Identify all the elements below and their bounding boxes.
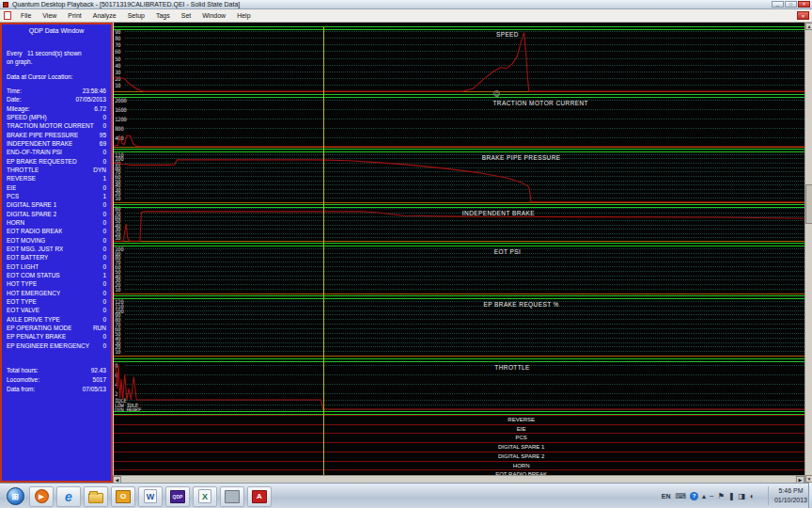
data-field-row: TRACTION MOTOR CURRENT0 [7, 121, 106, 130]
document-close-button[interactable]: × [797, 11, 809, 20]
app-icon [3, 2, 8, 8]
data-field-row: EOT MOVING0 [7, 236, 106, 245]
menu-item-setup[interactable]: Setup [122, 9, 150, 22]
gridline [125, 266, 804, 267]
word-app[interactable]: W [138, 486, 163, 507]
field-value: 6.72 [94, 104, 106, 113]
field-label: AXLE DRIVE TYPE [7, 315, 60, 324]
journal-app[interactable] [220, 486, 244, 507]
taskbar-clock[interactable]: 5:46 PM 01/10/2013 [768, 486, 807, 505]
digital-row-eot-radio-break: EOT RADIO BREAK [114, 469, 804, 475]
digital-row-horn: HORN [114, 461, 804, 470]
data-field-row: EP OPERATING MODERUN [7, 324, 106, 332]
explorer-folder-app[interactable] [84, 486, 108, 507]
digital-row-label: DIGITAL SPARE 2 [498, 453, 544, 459]
data-field-row: HOT TYPE0 [7, 279, 106, 288]
document-icon[interactable] [4, 11, 11, 20]
field-value: 23:58:46 [83, 87, 106, 95]
volume-icon[interactable]: ◖ [749, 492, 754, 501]
acrobat-app-icon: A [252, 490, 267, 503]
field-label: EIE [7, 183, 16, 192]
menu-item-set[interactable]: Set [176, 9, 197, 22]
taskbar-apps: ⊞▶eOWQDPXA [4, 484, 272, 508]
data-field-row: THROTTLEDYN [7, 166, 106, 174]
start-button[interactable]: ⊞ [4, 486, 26, 507]
gridline [125, 319, 804, 320]
gridline [125, 301, 804, 302]
qdp-playback-app[interactable]: QDP [165, 486, 190, 507]
field-value: 0 [102, 253, 106, 262]
excel-app-icon: X [198, 489, 211, 503]
trace-speed [114, 29, 804, 94]
field-label: EP PENALTY BRAKE [7, 332, 66, 341]
menu-item-view[interactable]: View [37, 9, 62, 22]
excel-app[interactable]: X [193, 486, 217, 507]
start-button-icon: ⊞ [7, 487, 24, 505]
action-center-flag-icon[interactable]: ⚑ [718, 492, 725, 501]
menu-item-file[interactable]: File [15, 9, 37, 22]
field-value: 07/05/13 [83, 385, 106, 394]
gridline [125, 333, 804, 334]
window-buttons: _ □ × [772, 1, 810, 8]
data-field-row: Total hours:92.43 [7, 366, 106, 375]
network-icon[interactable]: ◨ [739, 492, 746, 501]
vertical-scrollbar[interactable]: ▲ ▼ [804, 23, 812, 483]
field-value: 95 [100, 131, 106, 139]
show-desktop-button[interactable] [808, 483, 812, 508]
field-value: 1 [102, 271, 106, 279]
scroll-down-icon[interactable]: ▼ [805, 475, 812, 483]
menu-bar: FileViewPrintAnalyzeSetupTagsSetWindowHe… [0, 9, 812, 23]
menu-item-print[interactable]: Print [62, 9, 86, 22]
menu-item-window[interactable]: Window [196, 9, 231, 22]
field-value: 0 [102, 341, 106, 350]
menu-item-help[interactable]: Help [231, 9, 256, 22]
menu-item-analyze[interactable]: Analyze [87, 9, 122, 22]
gridline [125, 351, 804, 352]
acrobat-app[interactable]: A [247, 486, 272, 507]
show-hidden-icons-button[interactable]: ▴ [702, 492, 706, 501]
gridline [125, 289, 804, 290]
power-plug-icon[interactable]: ❚ [728, 492, 735, 501]
help-icon[interactable]: ? [690, 492, 698, 500]
panel-boundary-line [114, 243, 804, 244]
restore-button[interactable]: □ [785, 1, 797, 8]
horizontal-scrollbar[interactable]: ◀ ▶ [113, 475, 804, 483]
data-field-row: EOT RADIO BREAK0 [7, 227, 106, 235]
menu-item-tags[interactable]: Tags [150, 9, 176, 22]
chart-panel-eot: 100908070605040302010EOT PSI [114, 246, 804, 295]
gridline [125, 257, 804, 258]
playback-cursor-line[interactable] [323, 26, 324, 475]
field-label: TRACTION MOTOR CURRENT [7, 121, 94, 130]
data-field-row: BRAKE PIPE PRESSURE95 [7, 131, 106, 139]
field-value: 0 [102, 306, 106, 314]
internet-explorer-app[interactable]: e [56, 486, 81, 507]
keyboard-icon[interactable]: ⌨ [675, 492, 686, 501]
status-dash-icon[interactable]: − [710, 492, 714, 501]
vertical-scroll-thumb[interactable] [805, 184, 812, 224]
outlook-app[interactable]: O [111, 486, 135, 507]
trace-tmc [114, 98, 804, 149]
media-player-app[interactable]: ▶ [29, 486, 54, 507]
field-value: 0 [102, 157, 106, 166]
menu: FileViewPrintAnalyzeSetupTagsSetWindowHe… [15, 9, 257, 22]
gridline [125, 314, 804, 315]
field-value: 07/05/2013 [75, 95, 106, 103]
field-label: BRAKE PIPE PRESSURE [7, 131, 78, 139]
panel-boundary-line [114, 94, 804, 95]
data-field-row: HOT EMERGENCY0 [7, 289, 106, 297]
scroll-up-icon[interactable]: ▲ [805, 23, 812, 30]
taskbar: ⊞▶eOWQDPXA EN⌨?▴−⚑❚◨◖ 5:46 PM 01/10/2013 [0, 483, 812, 508]
field-label: EP ENGINEER EMERGENCY [7, 341, 89, 350]
strip-chart-area[interactable]: 908070605040302010SPEED20001600120080040… [113, 23, 804, 475]
field-value: 0 [102, 245, 106, 253]
minimize-button[interactable]: _ [772, 1, 784, 8]
interval-note: Every 11 second(s) shownon graph. [7, 49, 82, 66]
field-label: HOT TYPE [7, 279, 37, 288]
language-indicator[interactable]: EN [661, 491, 672, 502]
field-label: EOT COM STATUS [7, 271, 60, 279]
data-field-row: Locomotive:5017 [7, 375, 106, 385]
data-field-row: EIE0 [7, 183, 106, 192]
close-button[interactable]: × [798, 1, 810, 8]
data-field-row: AXLE DRIVE TYPE0 [7, 315, 106, 324]
digital-row-label: REVERSE [508, 417, 535, 422]
